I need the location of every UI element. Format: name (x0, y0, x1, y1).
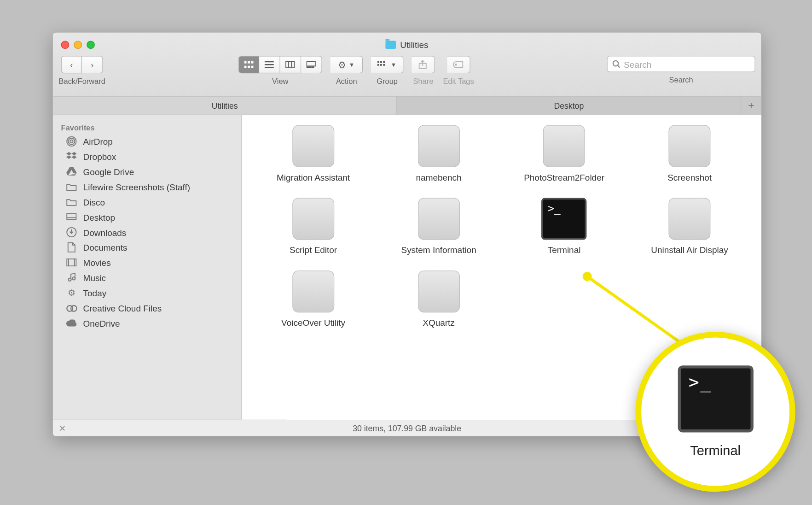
folder-icon (66, 196, 77, 208)
app-item[interactable]: namebench (379, 119, 499, 187)
app-item[interactable]: Terminal (505, 191, 624, 259)
svg-point-39 (71, 305, 77, 311)
sidebar-item-onedrive[interactable]: OneDrive (53, 316, 241, 331)
cloud-icon (66, 317, 77, 329)
action-group: ⚙ ▼ Action (330, 56, 363, 85)
group-label: Group (377, 77, 398, 86)
gallery-view-button[interactable] (301, 56, 322, 73)
status-text: 30 items, 107.99 GB available (353, 423, 461, 433)
tab-label: Utilities (212, 101, 238, 110)
back-button[interactable]: ‹ (61, 56, 82, 73)
svg-rect-3 (244, 66, 246, 68)
svg-point-26 (70, 140, 73, 143)
path-bar-toggle-icon[interactable]: ✕ (59, 423, 66, 433)
sidebar-item-desktop[interactable]: Desktop (53, 210, 241, 225)
svg-rect-1 (248, 61, 250, 64)
icon-grid: Migration AssistantnamebenchPhotoStream2… (254, 119, 749, 332)
forward-button[interactable]: › (82, 56, 103, 73)
chevron-down-icon: ▼ (391, 61, 397, 68)
svg-rect-5 (251, 66, 254, 68)
sidebar-item-label: AirDrop (83, 136, 113, 146)
sidebar-item-label: OneDrive (83, 318, 120, 328)
svg-rect-17 (380, 61, 382, 63)
sidebar-item-label: Lifewire Screenshots (Staff) (83, 182, 190, 192)
app-item[interactable]: Screenshot (630, 119, 749, 187)
share-label: Share (413, 77, 434, 86)
sidebar-item-label: Today (83, 288, 107, 298)
view-label: View (272, 77, 288, 86)
sidebar-item-dropbox[interactable]: Dropbox (53, 149, 241, 164)
window-title-text: Utilities (400, 40, 428, 49)
svg-rect-4 (248, 66, 250, 68)
search-field[interactable] (607, 56, 755, 72)
app-name: Migration Assistant (277, 172, 350, 183)
svg-rect-9 (286, 61, 295, 68)
search-group: Search (607, 56, 755, 84)
app-name: Terminal (548, 245, 581, 256)
grid-icon (377, 61, 388, 68)
airdrop-icon (66, 135, 77, 147)
svg-rect-15 (312, 67, 314, 68)
sidebar-item-movies[interactable]: Movies (53, 255, 241, 270)
app-item[interactable]: Uninstall Air Display (630, 191, 749, 259)
tab-utilities[interactable]: Utilities (53, 97, 397, 115)
svg-line-25 (618, 65, 620, 67)
app-name: Screenshot (667, 172, 712, 183)
app-icon (415, 122, 463, 170)
gdrive-icon (66, 166, 77, 177)
sidebar-item-label: Downloads (83, 227, 127, 237)
list-view-button[interactable] (259, 56, 280, 73)
app-item[interactable]: XQuartz (379, 264, 499, 332)
tab-bar: Utilities Desktop + (53, 97, 761, 115)
svg-rect-32 (67, 214, 76, 220)
downloads-icon (66, 226, 77, 238)
action-label: Action (336, 77, 357, 86)
sidebar-item-lifewire[interactable]: Lifewire Screenshots (Staff) (53, 179, 241, 194)
sidebar-item-today[interactable]: ⚙ Today (53, 285, 241, 300)
app-name: PhotoStream2Folder (524, 172, 604, 183)
documents-icon (66, 241, 77, 253)
creative-cloud-icon (66, 302, 77, 313)
app-item[interactable]: VoiceOver Utility (254, 264, 373, 332)
app-icon (666, 195, 713, 243)
sidebar-item-music[interactable]: Music (53, 270, 241, 285)
sidebar-item-disco[interactable]: Disco (53, 194, 241, 210)
music-icon (66, 272, 77, 283)
movies-icon (66, 257, 77, 268)
app-item[interactable]: System Information (379, 191, 499, 259)
svg-rect-2 (251, 61, 254, 64)
new-tab-button[interactable]: + (741, 97, 761, 115)
svg-rect-21 (383, 64, 385, 66)
tags-label: Edit Tags (443, 77, 474, 86)
window-title: Utilities (53, 40, 761, 49)
column-view-button[interactable] (280, 56, 301, 73)
group-group: ▼ Group (371, 56, 404, 85)
sidebar-item-downloads[interactable]: Downloads (53, 225, 241, 240)
share-button[interactable] (412, 56, 435, 73)
sidebar-item-label: Desktop (83, 212, 116, 222)
icon-view-button[interactable] (238, 56, 259, 73)
app-name: XQuartz (423, 317, 455, 329)
terminal-icon (678, 365, 753, 432)
action-button[interactable]: ⚙ ▼ (330, 56, 363, 73)
tags-group: Edit Tags (443, 56, 474, 85)
search-input[interactable] (624, 59, 750, 69)
group-button[interactable]: ▼ (371, 56, 404, 73)
svg-point-24 (613, 61, 618, 66)
app-item[interactable]: Script Editor (254, 191, 373, 259)
svg-point-27 (68, 138, 75, 145)
app-icon (540, 122, 588, 170)
sidebar-item-google-drive[interactable]: Google Drive (53, 164, 241, 179)
svg-rect-20 (380, 64, 382, 66)
sidebar-item-documents[interactable]: Documents (53, 240, 241, 255)
sidebar-item-airdrop[interactable]: AirDrop (53, 134, 241, 149)
app-item[interactable]: PhotoStream2Folder (505, 119, 624, 187)
svg-rect-12 (307, 61, 316, 66)
sidebar-item-cc-files[interactable]: Creative Cloud Files (53, 300, 241, 316)
app-icon (290, 195, 337, 243)
terminal-icon (540, 195, 588, 243)
app-item[interactable]: Migration Assistant (254, 119, 373, 187)
edit-tags-button[interactable] (447, 56, 470, 73)
tab-desktop[interactable]: Desktop (397, 97, 742, 115)
share-group: Share (412, 56, 435, 85)
